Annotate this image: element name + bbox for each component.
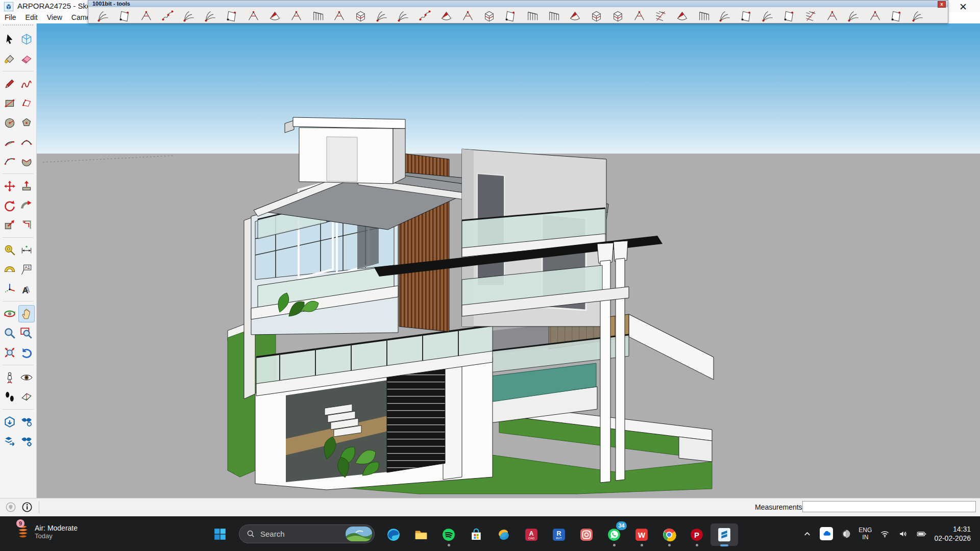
- tool-scale[interactable]: [2, 216, 18, 234]
- viewport-canvas[interactable]: [37, 23, 980, 498]
- taskbar-app-whatsapp[interactable]: 34: [600, 523, 628, 546]
- bit-tool-column-ring-icon[interactable]: [478, 8, 500, 23]
- bit-tool-rafter-fan-icon[interactable]: [886, 8, 907, 23]
- bit-tool-column-cluster-icon[interactable]: [457, 8, 478, 23]
- tool-position-camera[interactable]: [2, 369, 18, 386]
- toolbar-grip[interactable]: [3, 24, 33, 30]
- tool-line[interactable]: [2, 75, 18, 92]
- bit-tool-rosette-icon[interactable]: [843, 8, 864, 23]
- bit-tool-column-array-icon[interactable]: [435, 8, 457, 23]
- wifi-icon[interactable]: [879, 528, 890, 540]
- bit-tool-louver-slats-icon[interactable]: [628, 8, 650, 23]
- bit-tool-channel-icon[interactable]: [821, 8, 843, 23]
- bit-tool-hatch-fill-icon[interactable]: [778, 8, 800, 23]
- bit-tool-offset-hexagon-icon[interactable]: [178, 8, 200, 23]
- start-button[interactable]: [213, 528, 227, 541]
- cloud-app-icon[interactable]: [840, 528, 851, 540]
- tool-zoom[interactable]: [2, 324, 18, 342]
- bit-tool-rafter-array-icon[interactable]: [907, 8, 928, 23]
- tool-walk[interactable]: [2, 388, 18, 406]
- tool-send-to-layout[interactable]: [2, 433, 18, 450]
- tool-look-around[interactable]: [18, 369, 35, 386]
- taskbar-app-copilot[interactable]: [490, 523, 518, 546]
- tool-model-settings[interactable]: [18, 433, 35, 450]
- menu-item-edit[interactable]: Edit: [21, 12, 42, 23]
- bit-tool-window-frame-icon[interactable]: [736, 8, 757, 23]
- taskbar-app-edge[interactable]: [380, 523, 407, 546]
- bit-tool-ramp-icon[interactable]: [564, 8, 585, 23]
- taskbar-app-spotify[interactable]: [435, 523, 462, 546]
- bit-tool-beam-hatch-icon[interactable]: [671, 8, 693, 23]
- bit-tool-frame-angle-icon[interactable]: [328, 8, 350, 23]
- bing-daily-image[interactable]: [346, 527, 372, 541]
- battery-icon[interactable]: [916, 528, 927, 540]
- tool-circle[interactable]: [2, 114, 18, 131]
- tool-rectangle[interactable]: [2, 94, 18, 112]
- tool-text[interactable]: A1: [18, 261, 35, 278]
- tool-three-point-arc[interactable]: [2, 153, 18, 170]
- geolocation-icon[interactable]: [5, 502, 16, 513]
- tool-move[interactable]: [2, 178, 18, 195]
- taskbar-app-wps-office[interactable]: W: [628, 523, 655, 546]
- bit-tool-frame-corner-icon[interactable]: [307, 8, 328, 23]
- bit-tool-layer-stack-icon[interactable]: [800, 8, 821, 23]
- bit-tool-grille-panel-icon[interactable]: [757, 8, 778, 23]
- tool-rotate[interactable]: [2, 197, 18, 214]
- tool-zoom-extents[interactable]: [2, 344, 18, 361]
- window-close-icon[interactable]: ✕: [955, 1, 971, 13]
- tool-section-plane[interactable]: [18, 388, 35, 406]
- tool-select[interactable]: [2, 31, 18, 48]
- tool-protractor[interactable]: [2, 261, 18, 278]
- plugin-toolbar-close-icon[interactable]: x: [938, 1, 946, 8]
- tool-follow-me[interactable]: [18, 197, 35, 214]
- bit-tool-fold-panel-icon[interactable]: [500, 8, 521, 23]
- bit-tool-frame-door-icon[interactable]: [714, 8, 736, 23]
- bit-tool-sphere-cut-icon[interactable]: [264, 8, 285, 23]
- tool-pie[interactable]: [18, 153, 35, 170]
- taskbar-app-instagram[interactable]: [573, 523, 600, 546]
- tool-freehand[interactable]: [18, 75, 35, 92]
- tool-tape-measure[interactable]: [2, 241, 18, 259]
- tool-eraser[interactable]: [18, 50, 35, 67]
- tray-chevron-up-icon[interactable]: [801, 528, 813, 540]
- tool-orbit[interactable]: [2, 305, 18, 322]
- bit-tool-extrude-box-icon[interactable]: [242, 8, 264, 23]
- bit-tool-bevel-line-icon[interactable]: [350, 8, 371, 23]
- taskbar-clock[interactable]: 14:31 02-02-2026: [934, 524, 971, 543]
- bit-tool-fold-arrow-icon[interactable]: [521, 8, 543, 23]
- bit-tool-curve-chord-icon[interactable]: [371, 8, 393, 23]
- tool-polygon[interactable]: [18, 114, 35, 131]
- bit-tool-polyline-points-icon[interactable]: [114, 8, 135, 23]
- bit-tool-beam-slope-icon[interactable]: [693, 8, 714, 23]
- taskbar-app-pinterest[interactable]: P: [683, 523, 710, 546]
- bit-tool-intersect-lines-icon[interactable]: [157, 8, 178, 23]
- tool-share-model[interactable]: [18, 413, 35, 431]
- tool-axes[interactable]: [2, 280, 18, 297]
- bit-tool-grab-face-icon[interactable]: [200, 8, 221, 23]
- tool-arc[interactable]: [2, 133, 18, 151]
- taskbar-app-revit[interactable]: RRVT: [545, 523, 573, 546]
- taskbar-app-file-explorer[interactable]: [407, 523, 435, 546]
- tool-offset[interactable]: [18, 216, 35, 234]
- tool-get-models[interactable]: [2, 413, 18, 431]
- tool-dimension[interactable]: [18, 241, 35, 259]
- bit-tool-draw-face-icon[interactable]: [92, 8, 114, 23]
- taskbar-app-autocad[interactable]: ACAD: [518, 523, 545, 546]
- bit-tool-box-cage-icon[interactable]: [393, 8, 414, 23]
- tool-paint-bucket[interactable]: [2, 50, 18, 67]
- bit-tool-align-cone-icon[interactable]: [135, 8, 157, 23]
- measurements-input[interactable]: [802, 501, 976, 512]
- bit-tool-louver-angle-icon[interactable]: [585, 8, 607, 23]
- bit-tool-wall-stack-icon[interactable]: [543, 8, 564, 23]
- speaker-icon[interactable]: [897, 528, 909, 540]
- bit-tool-point-pyramid-icon[interactable]: [285, 8, 307, 23]
- menu-item-file[interactable]: File: [0, 12, 21, 23]
- bit-tool-fillet-band-icon[interactable]: [221, 8, 242, 23]
- menu-item-view[interactable]: View: [42, 12, 67, 23]
- weather-widget[interactable]: 9 Air: Moderate Today: [15, 522, 78, 541]
- bit-tool-sail-face-icon[interactable]: [414, 8, 435, 23]
- tool-pan[interactable]: [18, 305, 35, 322]
- taskbar-app-sketchup[interactable]: [710, 523, 738, 546]
- tool-three-d-text[interactable]: AA: [18, 280, 35, 297]
- bit-tool-stair-flight-icon[interactable]: [650, 8, 671, 23]
